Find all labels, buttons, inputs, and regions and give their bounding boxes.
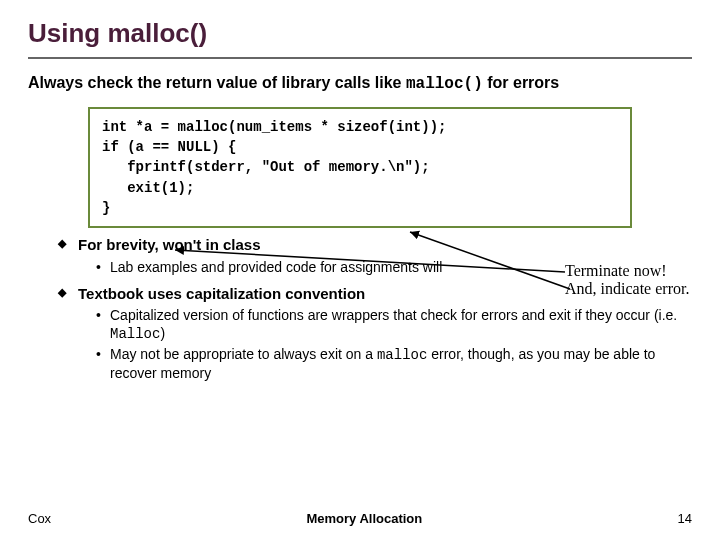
lead-part-b: for errors [483,74,559,91]
b2s1-mono: Malloc [110,326,160,342]
slide-title: Using malloc() [28,18,692,49]
bullet-list: For brevity, won't in class Lab examples… [58,236,692,382]
bullet-2-sub-2: May not be appropriate to always exit on… [96,346,692,382]
lead-mono: malloc() [406,75,483,93]
footer-left: Cox [28,511,51,526]
title-rule [28,57,692,59]
lead-part-a: Always check the return value of library… [28,74,406,91]
b2s2-a: May not be appropriate to always exit on… [110,346,377,362]
bullet-1-sub-1: Lab examples and provided code for assig… [96,259,692,277]
code-box: int *a = malloc(num_items * sizeof(int))… [88,107,632,228]
bullet-2: Textbook uses capitalization convention … [58,285,692,383]
bullet-2-text: Textbook uses capitalization convention [78,285,365,302]
lead-text: Always check the return value of library… [28,73,692,95]
b2s2-mono: malloc [377,347,427,363]
footer-mid: Memory Allocation [306,511,422,526]
bullet-1-text: For brevity, won't in class [78,236,261,253]
footer-right: 14 [678,511,692,526]
footer: Cox Memory Allocation 14 [28,511,692,526]
bullet-1: For brevity, won't in class Lab examples… [58,236,692,276]
b2s1-b: ) [160,325,165,341]
b2s1-a: Capitalized version of functions are wra… [110,307,677,323]
bullet-2-sub-1: Capitalized version of functions are wra… [96,307,692,343]
